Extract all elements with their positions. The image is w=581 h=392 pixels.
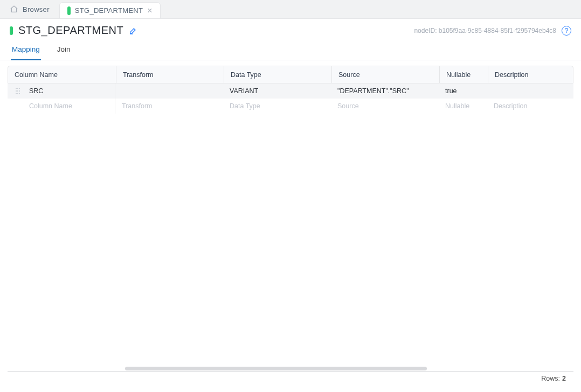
cell-transform[interactable]: Transform <box>115 99 223 114</box>
cell-source[interactable]: "DEPARTMENT"."SRC" <box>331 83 439 99</box>
table-body: SRC VARIANT "DEPARTMENT"."SRC" true Colu… <box>8 83 573 366</box>
table-viewport: Column Name Transform Data Type Source N… <box>8 66 573 372</box>
tab-active-label: STG_DEPARTMENT <box>75 6 143 15</box>
col-header-source[interactable]: Source <box>331 66 439 83</box>
node-type-pill-icon <box>67 6 71 15</box>
tab-join-label: Join <box>57 45 71 53</box>
tab-browser[interactable]: Browser <box>2 0 57 18</box>
cell-nullable[interactable]: true <box>439 83 487 99</box>
node-type-pill-icon <box>10 26 13 35</box>
svg-point-2 <box>19 88 20 89</box>
drag-handle-icon[interactable] <box>15 87 23 95</box>
tab-browser-label: Browser <box>23 5 50 13</box>
col-header-description[interactable]: Description <box>488 66 573 83</box>
col-header-data-type[interactable]: Data Type <box>224 66 331 83</box>
col-header-nullable[interactable]: Nullable <box>439 66 488 83</box>
table-footer: Rows: 2 <box>8 372 573 382</box>
tab-join[interactable]: Join <box>56 40 72 60</box>
svg-point-7 <box>17 93 18 94</box>
cell-transform[interactable] <box>115 83 223 99</box>
cell-data-type[interactable]: Data Type <box>223 99 331 114</box>
title-group: STG_DEPARTMENT <box>10 24 137 37</box>
cell-nullable[interactable]: Nullable <box>439 99 487 114</box>
cell-column-name: Column Name <box>29 102 72 110</box>
svg-point-1 <box>17 88 18 89</box>
page-header: STG_DEPARTMENT nodeID: b105f9aa-9c85-488… <box>0 19 581 40</box>
svg-point-5 <box>19 90 20 92</box>
svg-point-8 <box>19 93 20 94</box>
svg-point-4 <box>17 90 18 92</box>
edit-title-icon[interactable] <box>129 26 137 35</box>
table-row-new[interactable]: Column Name Transform Data Type Source N… <box>8 99 573 114</box>
nodeid-value: b105f9aa-9c85-4884-85f1-f295794eb4c8 <box>439 27 556 34</box>
svg-point-6 <box>16 93 17 94</box>
cell-column-name: SRC <box>29 87 43 95</box>
page-title: STG_DEPARTMENT <box>18 24 123 37</box>
col-header-column-name[interactable]: Column Name <box>8 66 116 83</box>
subtabs: Mapping Join <box>0 40 581 60</box>
help-icon[interactable]: ? <box>562 26 571 36</box>
tab-mapping[interactable]: Mapping <box>11 40 41 60</box>
table-header-row: Column Name Transform Data Type Source N… <box>8 66 573 83</box>
horizontal-scrollbar[interactable] <box>8 366 573 371</box>
cell-data-type[interactable]: VARIANT <box>223 83 331 99</box>
col-header-transform[interactable]: Transform <box>116 66 224 83</box>
rows-label: Rows: <box>541 375 560 382</box>
scrollbar-thumb[interactable] <box>125 367 427 370</box>
tab-bar: Browser STG_DEPARTMENT × <box>0 0 581 19</box>
cell-description[interactable] <box>487 83 573 99</box>
rows-count: 2 <box>562 375 566 382</box>
mapping-table-wrap: Column Name Transform Data Type Source N… <box>0 60 581 382</box>
home-icon <box>10 5 18 13</box>
cell-source[interactable]: Source <box>331 99 439 114</box>
close-icon[interactable]: × <box>147 6 152 15</box>
tab-active[interactable]: STG_DEPARTMENT × <box>59 2 161 18</box>
tab-mapping-label: Mapping <box>12 45 40 53</box>
table-row[interactable]: SRC VARIANT "DEPARTMENT"."SRC" true <box>8 83 573 99</box>
svg-point-3 <box>16 90 17 92</box>
nodeid-label: nodeID: <box>414 27 437 34</box>
cell-description[interactable]: Description <box>487 99 573 114</box>
nodeid-display: nodeID: b105f9aa-9c85-4884-85f1-f295794e… <box>414 26 571 36</box>
svg-point-0 <box>16 88 17 89</box>
